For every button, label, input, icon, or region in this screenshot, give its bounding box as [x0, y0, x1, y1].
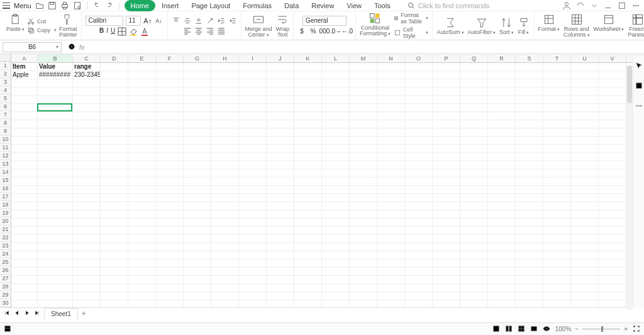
cell[interactable] [156, 292, 184, 300]
column-header[interactable]: V [599, 54, 626, 62]
cell[interactable] [350, 300, 377, 307]
cell[interactable] [184, 145, 211, 152]
cell[interactable] [11, 268, 38, 275]
cell[interactable] [571, 292, 599, 300]
cell[interactable] [156, 300, 184, 307]
cell[interactable] [267, 186, 294, 193]
row-header[interactable]: 7 [0, 111, 11, 119]
cell[interactable] [128, 153, 156, 161]
cell[interactable] [38, 137, 73, 144]
cell[interactable] [239, 112, 267, 120]
cell[interactable] [267, 96, 294, 103]
cell[interactable] [156, 194, 184, 202]
cell[interactable] [211, 161, 239, 169]
cell[interactable] [460, 128, 488, 136]
cell[interactable] [128, 219, 156, 226]
cell[interactable] [571, 194, 599, 202]
cell[interactable] [294, 210, 322, 218]
cell[interactable] [571, 276, 599, 283]
cell[interactable] [184, 202, 211, 210]
cell[interactable] [267, 259, 294, 267]
cell[interactable] [433, 194, 460, 202]
cell[interactable] [294, 96, 322, 103]
cell[interactable] [350, 71, 377, 79]
cell[interactable] [488, 153, 516, 161]
cell[interactable] [101, 235, 128, 242]
cell[interactable] [350, 153, 377, 161]
cell[interactable] [488, 71, 516, 79]
cell[interactable] [239, 88, 267, 95]
column-header[interactable]: J [267, 54, 294, 62]
cell[interactable] [73, 276, 101, 283]
cell[interactable] [211, 202, 239, 210]
cell[interactable] [488, 112, 516, 120]
cell[interactable] [516, 259, 543, 267]
underline-button[interactable]: U [111, 27, 115, 36]
column-header[interactable]: P [433, 54, 460, 62]
cell[interactable] [377, 259, 405, 267]
cell[interactable] [571, 259, 599, 267]
cell[interactable] [543, 161, 571, 169]
cell[interactable] [599, 178, 626, 185]
cell[interactable] [11, 210, 38, 218]
cell[interactable] [405, 88, 433, 95]
cell[interactable] [405, 210, 433, 218]
cell[interactable] [294, 186, 322, 193]
cell[interactable] [516, 96, 543, 103]
reading-layout-icon[interactable] [530, 325, 538, 334]
cell[interactable] [73, 194, 101, 202]
column-header[interactable]: L [322, 54, 350, 62]
tab-view[interactable]: View [340, 0, 368, 11]
cell[interactable] [571, 137, 599, 144]
cell[interactable] [599, 284, 626, 292]
cell[interactable] [38, 300, 73, 307]
cell[interactable] [184, 79, 211, 87]
cell[interactable] [73, 300, 101, 307]
cell[interactable] [488, 219, 516, 226]
cell[interactable] [11, 120, 38, 128]
cell[interactable] [239, 79, 267, 87]
cell[interactable] [101, 251, 128, 259]
zoom-in-button[interactable]: + [624, 326, 628, 332]
cell[interactable] [377, 210, 405, 218]
cell[interactable] [599, 79, 626, 87]
column-header[interactable]: M [350, 54, 377, 62]
sheet-tab[interactable]: Sheet1 [44, 308, 78, 319]
cell[interactable] [516, 88, 543, 95]
cell[interactable] [239, 292, 267, 300]
cell[interactable] [156, 153, 184, 161]
cell[interactable] [322, 219, 350, 226]
cell[interactable] [488, 243, 516, 251]
cell[interactable] [322, 186, 350, 193]
cell[interactable] [156, 137, 184, 144]
tab-last-icon[interactable] [34, 310, 40, 317]
cell[interactable] [571, 243, 599, 251]
cell[interactable] [433, 251, 460, 259]
cell[interactable] [322, 96, 350, 103]
cell[interactable] [405, 186, 433, 193]
sidebar-more-icon[interactable] [635, 102, 643, 111]
cell[interactable] [599, 104, 626, 111]
cell[interactable] [156, 145, 184, 152]
row-header[interactable]: 9 [0, 127, 11, 135]
cell[interactable] [350, 169, 377, 177]
cell[interactable] [377, 153, 405, 161]
cell[interactable] [73, 284, 101, 292]
cell[interactable] [460, 112, 488, 120]
cell[interactable] [599, 169, 626, 177]
cell[interactable] [267, 300, 294, 307]
row-header[interactable]: 6 [0, 103, 11, 111]
cell[interactable] [239, 276, 267, 283]
cell[interactable] [350, 251, 377, 259]
cell[interactable] [350, 79, 377, 87]
cell[interactable] [377, 137, 405, 144]
command-search[interactable]: Click to find commands [407, 1, 490, 10]
cell[interactable] [543, 137, 571, 144]
cell[interactable] [294, 128, 322, 136]
cell[interactable] [73, 178, 101, 185]
cell[interactable] [11, 194, 38, 202]
decrease-indent-icon[interactable] [217, 16, 226, 25]
cell[interactable] [543, 259, 571, 267]
print-preview-icon[interactable] [73, 1, 82, 10]
cell[interactable] [599, 202, 626, 210]
